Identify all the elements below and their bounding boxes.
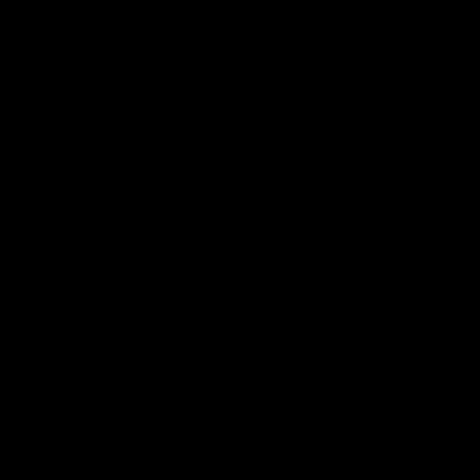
heatmap-canvas bbox=[18, 18, 458, 458]
data-point-marker bbox=[0, 0, 3, 3]
chart-stage bbox=[0, 0, 476, 476]
crosshair-vertical bbox=[0, 18, 1, 458]
crosshair-horizontal bbox=[18, 0, 458, 1]
